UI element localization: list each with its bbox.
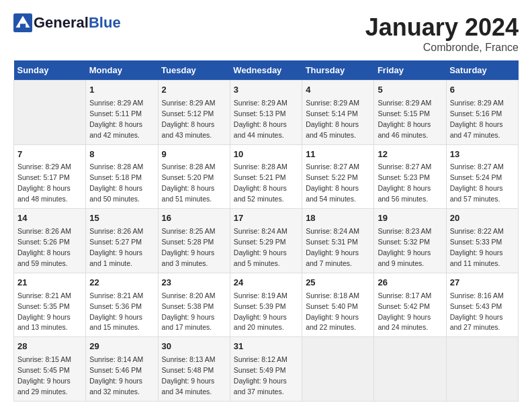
calendar-cell: 11Sunrise: 8:27 AMSunset: 5:22 PMDayligh…	[302, 144, 374, 209]
day-number: 6	[450, 84, 515, 97]
day-info: Sunrise: 8:20 AMSunset: 5:38 PMDaylight:…	[162, 291, 216, 332]
day-info: Sunrise: 8:24 AMSunset: 5:31 PMDaylight:…	[306, 227, 359, 267]
calendar-cell: 13Sunrise: 8:27 AMSunset: 5:24 PMDayligh…	[446, 144, 518, 209]
calendar-cell	[446, 337, 518, 402]
calendar-cell: 21Sunrise: 8:21 AMSunset: 5:35 PMDayligh…	[14, 273, 86, 337]
calendar-cell: 14Sunrise: 8:26 AMSunset: 5:26 PMDayligh…	[14, 209, 86, 273]
day-number: 16	[162, 212, 226, 225]
week-row-1: 1Sunrise: 8:29 AMSunset: 5:11 PMDaylight…	[14, 81, 519, 145]
day-number: 15	[89, 212, 154, 225]
day-info: Sunrise: 8:29 AMSunset: 5:11 PMDaylight:…	[89, 99, 143, 139]
day-info: Sunrise: 8:27 AMSunset: 5:22 PMDaylight:…	[306, 163, 359, 203]
day-number: 2	[162, 84, 226, 97]
calendar-cell: 23Sunrise: 8:20 AMSunset: 5:38 PMDayligh…	[158, 273, 230, 337]
calendar-cell: 20Sunrise: 8:22 AMSunset: 5:33 PMDayligh…	[446, 209, 518, 273]
day-number: 26	[378, 277, 442, 289]
calendar-cell: 24Sunrise: 8:19 AMSunset: 5:39 PMDayligh…	[230, 273, 302, 337]
day-info: Sunrise: 8:14 AMSunset: 5:46 PMDaylight:…	[89, 355, 143, 396]
day-number: 23	[162, 277, 226, 289]
day-number: 28	[17, 340, 82, 353]
calendar-cell	[302, 337, 374, 402]
month-year: January 2024	[365, 13, 519, 42]
calendar-cell: 31Sunrise: 8:12 AMSunset: 5:49 PMDayligh…	[230, 337, 302, 402]
svg-rect-2	[20, 24, 26, 28]
calendar-cell: 4Sunrise: 8:29 AMSunset: 5:14 PMDaylight…	[302, 81, 374, 145]
calendar-cell: 27Sunrise: 8:16 AMSunset: 5:43 PMDayligh…	[446, 273, 518, 337]
day-info: Sunrise: 8:25 AMSunset: 5:28 PMDaylight:…	[162, 227, 216, 267]
day-number: 11	[306, 148, 370, 161]
day-number: 3	[234, 84, 298, 97]
day-header-saturday: Saturday	[446, 60, 518, 81]
calendar-cell: 16Sunrise: 8:25 AMSunset: 5:28 PMDayligh…	[158, 209, 230, 273]
day-number: 29	[89, 340, 154, 353]
day-number: 10	[234, 148, 298, 161]
day-number: 19	[378, 212, 442, 225]
calendar-cell: 28Sunrise: 8:15 AMSunset: 5:45 PMDayligh…	[14, 337, 86, 402]
calendar-cell: 26Sunrise: 8:17 AMSunset: 5:42 PMDayligh…	[374, 273, 446, 337]
day-info: Sunrise: 8:17 AMSunset: 5:42 PMDaylight:…	[378, 291, 431, 332]
logo: GeneralBlue	[13, 13, 121, 32]
calendar-cell: 2Sunrise: 8:29 AMSunset: 5:12 PMDaylight…	[158, 81, 230, 145]
day-header-wednesday: Wednesday	[230, 60, 302, 81]
calendar-cell: 5Sunrise: 8:29 AMSunset: 5:15 PMDaylight…	[374, 81, 446, 145]
day-number: 4	[306, 84, 370, 97]
calendar-cell	[374, 337, 446, 402]
calendar-cell: 9Sunrise: 8:28 AMSunset: 5:20 PMDaylight…	[158, 144, 230, 209]
day-number: 12	[378, 148, 442, 161]
week-row-3: 14Sunrise: 8:26 AMSunset: 5:26 PMDayligh…	[14, 209, 519, 273]
days-header-row: SundayMondayTuesdayWednesdayThursdayFrid…	[14, 60, 519, 81]
calendar-cell: 1Sunrise: 8:29 AMSunset: 5:11 PMDaylight…	[86, 81, 158, 145]
day-info: Sunrise: 8:13 AMSunset: 5:48 PMDaylight:…	[162, 355, 216, 396]
day-info: Sunrise: 8:21 AMSunset: 5:36 PMDaylight:…	[89, 291, 143, 332]
calendar-cell: 22Sunrise: 8:21 AMSunset: 5:36 PMDayligh…	[86, 273, 158, 337]
day-info: Sunrise: 8:21 AMSunset: 5:35 PMDaylight:…	[17, 291, 71, 332]
day-info: Sunrise: 8:16 AMSunset: 5:43 PMDaylight:…	[450, 291, 504, 332]
day-info: Sunrise: 8:26 AMSunset: 5:26 PMDaylight:…	[17, 227, 71, 267]
calendar-cell: 15Sunrise: 8:26 AMSunset: 5:27 PMDayligh…	[86, 209, 158, 273]
day-info: Sunrise: 8:28 AMSunset: 5:21 PMDaylight:…	[234, 163, 287, 203]
calendar-cell: 29Sunrise: 8:14 AMSunset: 5:46 PMDayligh…	[86, 337, 158, 402]
day-info: Sunrise: 8:15 AMSunset: 5:45 PMDaylight:…	[17, 355, 71, 396]
calendar-table: SundayMondayTuesdayWednesdayThursdayFrid…	[13, 60, 519, 402]
calendar-cell: 30Sunrise: 8:13 AMSunset: 5:48 PMDayligh…	[158, 337, 230, 402]
calendar-cell: 17Sunrise: 8:24 AMSunset: 5:29 PMDayligh…	[230, 209, 302, 273]
day-info: Sunrise: 8:29 AMSunset: 5:16 PMDaylight:…	[450, 99, 504, 139]
day-number: 27	[450, 277, 515, 289]
day-info: Sunrise: 8:27 AMSunset: 5:23 PMDaylight:…	[378, 163, 431, 203]
day-info: Sunrise: 8:19 AMSunset: 5:39 PMDaylight:…	[234, 291, 287, 332]
location: Combronde, France	[365, 42, 519, 54]
day-number: 14	[17, 212, 82, 225]
day-number: 18	[306, 212, 370, 225]
day-info: Sunrise: 8:22 AMSunset: 5:33 PMDaylight:…	[450, 227, 504, 267]
day-info: Sunrise: 8:29 AMSunset: 5:17 PMDaylight:…	[17, 163, 71, 203]
day-info: Sunrise: 8:29 AMSunset: 5:13 PMDaylight:…	[234, 99, 287, 139]
calendar-cell: 19Sunrise: 8:23 AMSunset: 5:32 PMDayligh…	[374, 209, 446, 273]
calendar-cell: 6Sunrise: 8:29 AMSunset: 5:16 PMDaylight…	[446, 81, 518, 145]
day-header-monday: Monday	[86, 60, 158, 81]
day-number: 31	[234, 340, 298, 353]
calendar-cell: 18Sunrise: 8:24 AMSunset: 5:31 PMDayligh…	[302, 209, 374, 273]
day-number: 13	[450, 148, 515, 161]
day-number: 24	[234, 277, 298, 289]
day-number: 25	[306, 277, 370, 289]
calendar-cell: 10Sunrise: 8:28 AMSunset: 5:21 PMDayligh…	[230, 144, 302, 209]
week-row-4: 21Sunrise: 8:21 AMSunset: 5:35 PMDayligh…	[14, 273, 519, 337]
day-info: Sunrise: 8:12 AMSunset: 5:49 PMDaylight:…	[234, 355, 287, 396]
day-number: 17	[234, 212, 298, 225]
day-info: Sunrise: 8:28 AMSunset: 5:18 PMDaylight:…	[89, 163, 143, 203]
day-info: Sunrise: 8:29 AMSunset: 5:15 PMDaylight:…	[378, 99, 431, 139]
week-row-5: 28Sunrise: 8:15 AMSunset: 5:45 PMDayligh…	[14, 337, 519, 402]
day-info: Sunrise: 8:23 AMSunset: 5:32 PMDaylight:…	[378, 227, 431, 267]
logo-blue: Blue	[89, 14, 121, 31]
logo-general: General	[34, 14, 89, 31]
logo-icon	[13, 13, 32, 32]
day-header-thursday: Thursday	[302, 60, 374, 81]
day-info: Sunrise: 8:26 AMSunset: 5:27 PMDaylight:…	[89, 227, 143, 267]
calendar-cell	[14, 81, 86, 145]
calendar-cell: 25Sunrise: 8:18 AMSunset: 5:40 PMDayligh…	[302, 273, 374, 337]
day-info: Sunrise: 8:24 AMSunset: 5:29 PMDaylight:…	[234, 227, 287, 267]
page-header: GeneralBlue January 2024 Combronde, Fran…	[13, 13, 519, 54]
calendar-cell: 8Sunrise: 8:28 AMSunset: 5:18 PMDaylight…	[86, 144, 158, 209]
day-number: 9	[162, 148, 226, 161]
title-block: January 2024 Combronde, France	[365, 13, 519, 54]
